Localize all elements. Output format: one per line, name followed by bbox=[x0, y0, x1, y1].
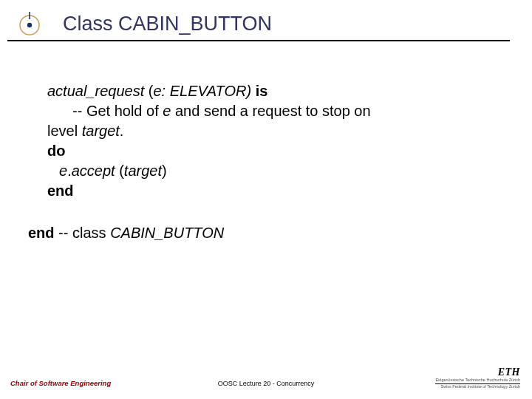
footer: Chair of Software Engineering OOSC Lectu… bbox=[0, 368, 532, 390]
code-line-4: do bbox=[47, 141, 510, 161]
footer-logo: ETH Eidgenössische Technische Hochschule… bbox=[435, 366, 520, 389]
slide: Class CABIN_BUTTON actual_request (e: EL… bbox=[0, 0, 532, 399]
eth-logo-text: ETH bbox=[498, 366, 520, 378]
slide-header: Class CABIN_BUTTON bbox=[7, 0, 510, 41]
bullet-icon bbox=[16, 12, 43, 38]
eth-subtext-1: Eidgenössische Technische Hochschule Zür… bbox=[435, 378, 520, 383]
eth-subtext-2: Swiss Federal Institute of Technology Zu… bbox=[435, 385, 520, 389]
code-line-6: end bbox=[47, 181, 510, 201]
code-line-3: level target. bbox=[47, 121, 510, 141]
code-line-2: -- Get hold of e and send a request to s… bbox=[72, 101, 510, 121]
code-line-5: e.accept (target) bbox=[59, 161, 510, 181]
svg-point-1 bbox=[27, 23, 32, 27]
slide-content: actual_request (e: ELEVATOR) is -- Get h… bbox=[28, 81, 510, 243]
code-line-1: actual_request (e: ELEVATOR) is bbox=[47, 81, 510, 101]
class-end-line: end -- class CABIN_BUTTON bbox=[28, 223, 510, 243]
slide-title: Class CABIN_BUTTON bbox=[63, 13, 510, 35]
